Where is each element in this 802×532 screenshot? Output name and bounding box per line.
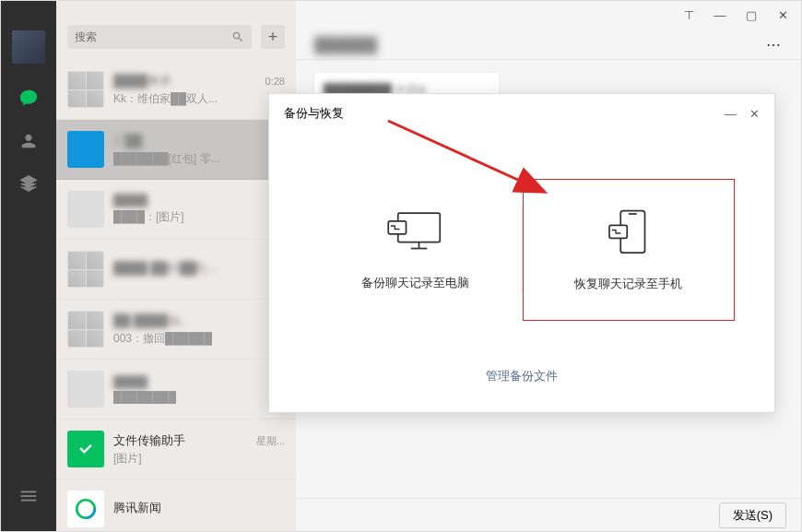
chat-item-preview: Kk：维伯家██双人... [113,91,285,107]
svg-rect-8 [388,221,406,234]
manage-backups-link[interactable]: 管理备份文件 [486,369,558,383]
chat-avatar [67,251,104,288]
chat-item-preview: ████████ [113,391,285,404]
svg-rect-1 [21,495,37,497]
search-icon [231,30,244,43]
chat-avatar [67,131,104,168]
chat-item[interactable]: ████████████ [56,360,296,420]
dialog-minimize-icon[interactable]: — [725,107,737,121]
window-controls: ⊤ — ▢ ✕ [296,1,801,29]
chat-avatar [67,71,104,108]
user-avatar[interactable] [12,30,45,64]
backup-to-pc-option[interactable]: 备份聊天记录至电脑 [310,179,522,321]
close-icon[interactable]: ✕ [773,6,792,24]
chat-item[interactable]: 腾讯新闻 [56,479,296,531]
chat-header: ██████ ⋯ [296,29,801,60]
send-button[interactable]: 发送(S) [719,502,786,528]
chat-item-preview: ███████[红包] 零... [113,151,285,167]
chat-avatar [67,191,104,228]
chat-icon[interactable] [12,82,45,115]
chat-item[interactable]: ████ ██外██红... [56,240,296,300]
chat-item-title: ████ [113,375,147,389]
chat-item-title: ████ ██外██红... [113,260,218,277]
maximize-icon[interactable]: ▢ [742,6,761,24]
menu-icon[interactable] [12,479,45,513]
chat-item[interactable]: 文件传输助手星期...[图片] [56,420,296,479]
chat-avatar [67,371,104,408]
contacts-icon[interactable] [12,124,45,158]
chat-list: + ████事券0:28Kk：维伯家██双人...订█████████[红包] … [56,1,296,531]
favorites-icon[interactable] [12,167,45,200]
chat-item-preview: ████：[图片] [113,209,285,225]
dialog-title: 备份与恢复 [284,105,344,122]
chat-item-preview: 003：撤回██████ [113,331,285,347]
backup-restore-dialog: 备份与恢复 — ✕ 备份聊天记录至电脑 [268,93,775,413]
chat-avatar [67,431,104,467]
sidebar [1,1,56,531]
chat-avatar [67,311,104,348]
phone-icon [596,207,661,254]
chat-title: ██████ [314,37,377,53]
add-button[interactable]: + [261,25,285,49]
chat-avatar [67,491,104,527]
restore-to-phone-option[interactable]: 恢复聊天记录至手机 [523,179,735,321]
svg-rect-11 [609,225,627,238]
chat-item-title: ██ ████福.. [113,313,186,329]
svg-rect-0 [21,491,37,493]
chat-item-title: ████事券 [113,73,171,89]
chat-item-time: 0:28 [265,76,285,87]
chat-item-preview: [图片] [113,451,285,467]
chat-item[interactable]: 订█████████[红包] 零... [56,120,296,180]
chat-item-title: 文件传输助手 [113,432,185,449]
search-input[interactable] [67,25,252,49]
more-icon[interactable]: ⋯ [766,36,783,53]
chat-item-time: 星期... [256,434,285,448]
chat-item-title: 订██ [113,133,142,149]
chat-item[interactable]: ████████：[图片] [56,180,296,240]
chat-item[interactable]: ████事券0:28Kk：维伯家██双人... [56,60,296,120]
dialog-close-icon[interactable]: ✕ [749,107,760,121]
chat-item-title: 腾讯新闻 [113,500,161,516]
computer-icon [383,207,448,253]
chat-item[interactable]: ██ ████福..003：撤回██████ [56,300,296,360]
chat-item-title: ████ [113,194,147,207]
pin-icon[interactable]: ⊤ [679,6,698,24]
svg-rect-2 [21,500,37,502]
minimize-icon[interactable]: — [711,6,729,24]
